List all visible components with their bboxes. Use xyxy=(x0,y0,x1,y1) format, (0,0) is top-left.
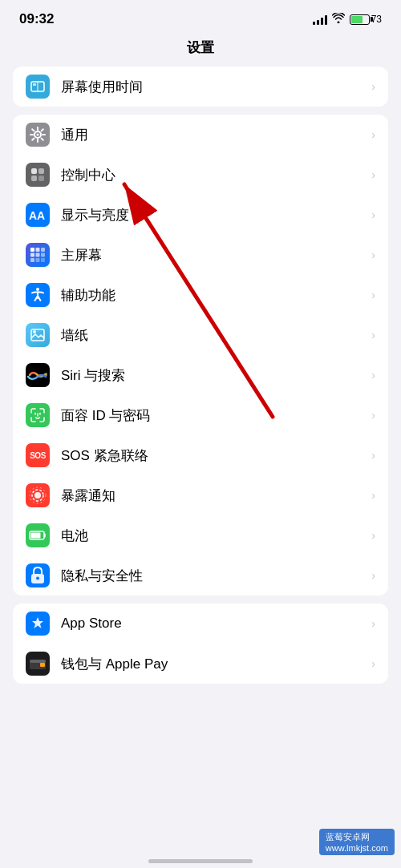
settings-item-screen-time[interactable]: 屏幕使用时间 › xyxy=(13,67,388,107)
svg-point-40 xyxy=(36,577,39,580)
appstore-label: App Store xyxy=(61,616,365,632)
wifi-icon xyxy=(332,13,345,26)
settings-item-accessibility[interactable]: 辅助功能 › xyxy=(13,275,388,315)
svg-line-11 xyxy=(42,129,43,131)
signal-icon xyxy=(313,14,327,25)
partial-settings-group: 屏幕使用时间 › xyxy=(13,67,388,107)
settings-item-exposure[interactable]: 暴露通知 › xyxy=(13,475,388,515)
status-bar: 09:32 73 xyxy=(0,0,401,32)
svg-rect-25 xyxy=(36,258,40,262)
watermark: 蓝莓安卓网www.lmkjst.com xyxy=(319,829,395,855)
accessibility-icon xyxy=(26,283,50,307)
page-title: 设置 xyxy=(0,32,401,67)
status-icons: 73 xyxy=(313,13,382,26)
privacy-icon xyxy=(26,563,50,587)
settings-item-siri[interactable]: Siri 与搜索 › xyxy=(13,355,388,395)
settings-item-faceid[interactable]: 面容 ID 与密码 › xyxy=(13,395,388,435)
svg-line-9 xyxy=(32,129,34,131)
sos-label: SOS 紧急联络 xyxy=(61,446,365,465)
faceid-icon xyxy=(26,403,50,427)
svg-rect-37 xyxy=(31,533,41,539)
bottom-settings-group: App Store › 钱包与 Apple Pay › xyxy=(13,604,388,684)
svg-line-10 xyxy=(42,139,43,140)
general-label: 通用 xyxy=(61,126,365,144)
exposure-icon xyxy=(26,483,50,507)
homescreen-chevron: › xyxy=(371,248,375,261)
svg-rect-13 xyxy=(31,168,37,174)
settings-item-sos[interactable]: SOS SOS 紧急联络 › xyxy=(13,435,388,475)
siri-icon xyxy=(26,363,50,387)
battery-setting-icon xyxy=(26,523,50,547)
display-chevron: › xyxy=(371,208,375,221)
settings-item-homescreen[interactable]: 主屏幕 › xyxy=(13,235,388,275)
settings-item-appstore[interactable]: App Store › xyxy=(13,604,388,644)
wallet-label: 钱包与 Apple Pay xyxy=(61,655,365,673)
general-icon xyxy=(26,123,50,147)
display-icon: AA xyxy=(26,203,50,227)
svg-text:AA: AA xyxy=(29,209,45,221)
main-settings-group: 通用 › 控制中心 › AA 显示与亮度 › xyxy=(13,115,388,595)
battery-icon: 73 xyxy=(350,14,382,25)
sos-chevron: › xyxy=(371,449,375,462)
wallpaper-chevron: › xyxy=(371,329,375,341)
battery-chevron: › xyxy=(371,529,375,542)
wallpaper-icon xyxy=(26,323,50,347)
status-time: 09:32 xyxy=(19,11,54,27)
svg-rect-15 xyxy=(31,176,37,181)
control-center-icon xyxy=(26,163,50,187)
exposure-chevron: › xyxy=(371,489,375,502)
svg-rect-23 xyxy=(41,253,45,257)
svg-rect-43 xyxy=(40,663,45,667)
general-chevron: › xyxy=(371,128,375,141)
settings-item-wallpaper[interactable]: 墙纸 › xyxy=(13,315,388,355)
faceid-chevron: › xyxy=(371,409,375,422)
home-indicator xyxy=(148,859,253,863)
svg-line-12 xyxy=(32,139,34,140)
svg-rect-16 xyxy=(38,176,44,181)
accessibility-chevron: › xyxy=(371,289,375,301)
svg-rect-38 xyxy=(44,534,46,538)
settings-item-privacy[interactable]: 隐私与安全性 › xyxy=(13,555,388,595)
privacy-label: 隐私与安全性 xyxy=(61,567,365,585)
svg-rect-22 xyxy=(36,253,40,257)
screen-time-icon xyxy=(26,75,50,99)
siri-label: Siri 与搜索 xyxy=(61,366,365,385)
wallet-chevron: › xyxy=(371,657,375,670)
svg-rect-2 xyxy=(33,83,36,86)
svg-point-27 xyxy=(36,288,39,291)
privacy-chevron: › xyxy=(371,569,375,582)
svg-rect-19 xyxy=(36,248,40,252)
settings-item-wallet[interactable]: 钱包与 Apple Pay › xyxy=(13,644,388,684)
settings-item-display[interactable]: AA 显示与亮度 › xyxy=(13,195,388,235)
svg-rect-42 xyxy=(30,660,46,663)
svg-point-28 xyxy=(33,330,36,333)
appstore-chevron: › xyxy=(371,617,375,630)
wallet-icon xyxy=(26,652,50,676)
accessibility-label: 辅助功能 xyxy=(61,286,365,305)
svg-rect-18 xyxy=(30,248,34,252)
siri-chevron: › xyxy=(371,369,375,382)
exposure-label: 暴露通知 xyxy=(61,486,365,505)
battery-label: 电池 xyxy=(61,527,365,545)
svg-rect-24 xyxy=(30,258,34,262)
homescreen-label: 主屏幕 xyxy=(61,246,365,264)
svg-rect-21 xyxy=(30,253,34,257)
settings-item-control-center[interactable]: 控制中心 › xyxy=(13,155,388,195)
svg-point-4 xyxy=(37,134,39,136)
homescreen-icon xyxy=(26,243,50,267)
screen-time-chevron: › xyxy=(371,80,375,93)
svg-point-33 xyxy=(34,492,41,499)
faceid-label: 面容 ID 与密码 xyxy=(61,406,365,425)
svg-rect-20 xyxy=(41,248,45,252)
svg-rect-14 xyxy=(38,168,44,174)
control-center-chevron: › xyxy=(371,168,375,181)
display-label: 显示与亮度 xyxy=(61,206,365,224)
control-center-label: 控制中心 xyxy=(61,166,365,184)
wallpaper-label: 墙纸 xyxy=(61,326,365,345)
settings-item-battery[interactable]: 电池 › xyxy=(13,515,388,555)
svg-rect-26 xyxy=(41,258,45,262)
settings-item-general[interactable]: 通用 › xyxy=(13,115,388,155)
sos-icon: SOS xyxy=(26,443,50,467)
screen-time-label: 屏幕使用时间 xyxy=(61,78,365,96)
appstore-icon xyxy=(26,612,50,636)
